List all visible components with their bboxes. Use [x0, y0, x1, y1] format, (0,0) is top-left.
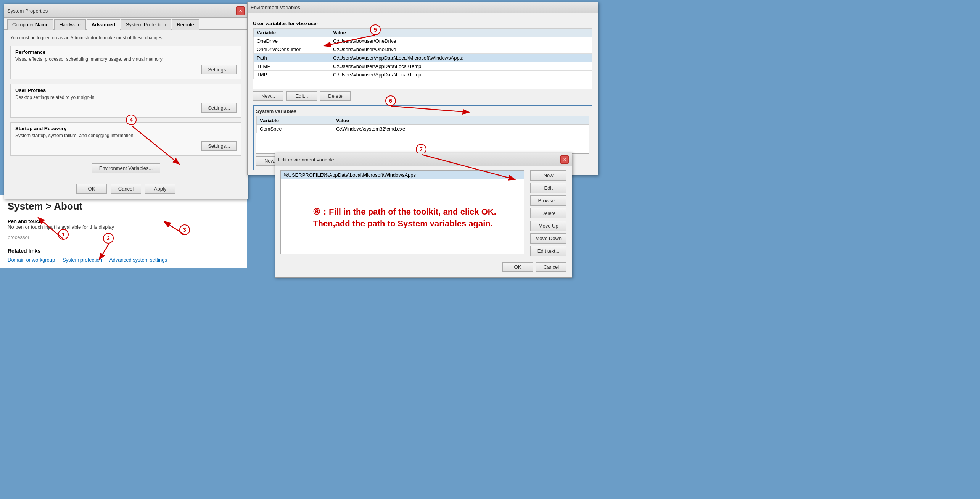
edit-env-var-buttons: New Edit Browse... Delete Move Up Move D… [527, 170, 566, 257]
cancel-button[interactable]: Cancel [111, 184, 141, 194]
system-properties-titlebar: System Properties ✕ [4, 4, 248, 18]
table-row[interactable]: ComSpec C:\Windows\system32\cmd.exe [257, 125, 589, 133]
sys-vars-col-variable: Variable [257, 116, 333, 125]
related-links-section: Related links Domain or workgroup System… [8, 248, 240, 263]
system-properties-close-button[interactable]: ✕ [236, 6, 245, 15]
tab-hardware[interactable]: Hardware [54, 19, 85, 30]
tab-advanced[interactable]: Advanced [87, 19, 120, 30]
annotation-circle-6: 6 [385, 95, 396, 106]
environment-variables-button[interactable]: Environment Variables... [92, 163, 160, 173]
table-row[interactable]: OneDriveConsumer C:\Users\vboxuser\OneDr… [254, 45, 592, 54]
admin-note: You must be logged on as an Administrato… [10, 35, 241, 40]
edit-env-cancel-button[interactable]: Cancel [536, 262, 566, 272]
sys-vars-col-value: Value [333, 116, 589, 125]
edit-delete-button[interactable]: Delete [530, 208, 566, 218]
annotation-circle-3: 3 [179, 224, 190, 235]
user-profiles-section: User Profiles Desktop settings related t… [10, 84, 241, 118]
system-properties-dialog: System Properties ✕ Computer Name Hardwa… [4, 4, 248, 199]
tab-system-protection[interactable]: System Protection [121, 19, 171, 30]
user-edit-button[interactable]: Edit... [286, 91, 317, 101]
table-row[interactable]: TMP C:\Users\vboxuser\AppData\Local\Temp [254, 71, 592, 79]
performance-desc: Visual effects, processor scheduling, me… [15, 57, 237, 62]
user-profiles-title: User Profiles [15, 87, 237, 93]
ok-button[interactable]: OK [76, 184, 107, 194]
annotation-circle-2: 2 [103, 233, 114, 244]
user-profiles-settings-button[interactable]: Settings... [201, 103, 237, 113]
edit-env-var-list[interactable]: %USERPROFILE%\AppData\Local\Microsoft\Wi… [280, 170, 524, 254]
env-variables-titlebar: Environment Variables [248, 2, 598, 13]
startup-recovery-title: Startup and Recovery [15, 126, 237, 131]
startup-recovery-desc: System startup, system failure, and debu… [15, 133, 237, 138]
table-row[interactable]: TEMP C:\Users\vboxuser\AppData\Local\Tem… [254, 62, 592, 71]
user-vars-btn-row: New... Edit... Delete [253, 91, 592, 101]
user-vars-label: User variables for vboxuser [253, 21, 592, 26]
edit-new-button[interactable]: New [530, 170, 566, 181]
pen-touch-row: Pen and touch No pen or touch input is a… [8, 218, 240, 230]
edit-env-var-titlebar: Edit environment variable ✕ [275, 153, 572, 166]
tab-computer-name[interactable]: Computer Name [7, 19, 53, 30]
user-vars-col-variable: Variable [254, 29, 330, 37]
table-row-selected[interactable]: Path C:\Users\vboxuser\AppData\Local\Mic… [254, 54, 592, 62]
annotation-circle-1: 1 [58, 229, 69, 240]
env-variables-title: Environment Variables [251, 5, 300, 10]
user-delete-button[interactable]: Delete [320, 91, 351, 101]
edit-env-var-footer: OK Cancel [280, 259, 566, 273]
startup-recovery-settings-button[interactable]: Settings... [201, 141, 237, 151]
edit-env-ok-button[interactable]: OK [502, 262, 533, 272]
system-properties-tabs: Computer Name Hardware Advanced System P… [4, 18, 248, 30]
tab-remote[interactable]: Remote [172, 19, 199, 30]
list-item[interactable]: %USERPROFILE%\AppData\Local\Microsoft\Wi… [281, 171, 524, 179]
edit-env-var-title: Edit environment variable [278, 157, 334, 163]
about-breadcrumb: System > About [8, 200, 240, 212]
performance-settings-button[interactable]: Settings... [201, 65, 237, 74]
apply-button[interactable]: Apply [145, 184, 175, 194]
edit-move-up-button[interactable]: Move Up [530, 221, 566, 231]
processor-row: processor [8, 234, 240, 240]
edit-edit-button[interactable]: Edit [530, 183, 566, 193]
domain-workgroup-link[interactable]: Domain or workgroup [8, 257, 55, 263]
user-vars-table: Variable Value OneDrive C:\Users\vboxuse… [253, 28, 592, 79]
edit-move-down-button[interactable]: Move Down [530, 233, 566, 244]
system-properties-title: System Properties [7, 8, 48, 14]
advanced-system-settings-link[interactable]: Advanced system settings [109, 257, 167, 263]
table-row[interactable]: OneDrive C:\Users\vboxuser\OneDrive [254, 37, 592, 45]
user-new-button[interactable]: New... [253, 91, 283, 101]
edit-env-var-close-button[interactable]: ✕ [560, 155, 569, 164]
edit-browse-button[interactable]: Browse... [530, 195, 566, 206]
system-protection-link[interactable]: System protection [63, 257, 102, 263]
user-vars-table-container: Variable Value OneDrive C:\Users\vboxuse… [253, 28, 592, 89]
performance-section: Performance Visual effects, processor sc… [10, 46, 241, 79]
annotation-circle-4: 4 [126, 115, 137, 125]
startup-recovery-section: Startup and Recovery System startup, sys… [10, 122, 241, 156]
sys-vars-table: Variable Value ComSpec C:\Windows\system… [256, 116, 589, 133]
performance-title: Performance [15, 49, 237, 55]
system-about-panel: System > About Pen and touch No pen or t… [0, 195, 247, 268]
sys-vars-label: System variables [256, 108, 589, 114]
edit-text-button[interactable]: Edit text... [530, 246, 566, 256]
user-profiles-desc: Desktop settings related to your sign-in [15, 95, 237, 100]
annotation-circle-5: 5 [370, 24, 381, 35]
user-vars-col-value: Value [330, 29, 592, 37]
edit-env-var-dialog: Edit environment variable ✕ %USERPROFILE… [275, 153, 572, 278]
